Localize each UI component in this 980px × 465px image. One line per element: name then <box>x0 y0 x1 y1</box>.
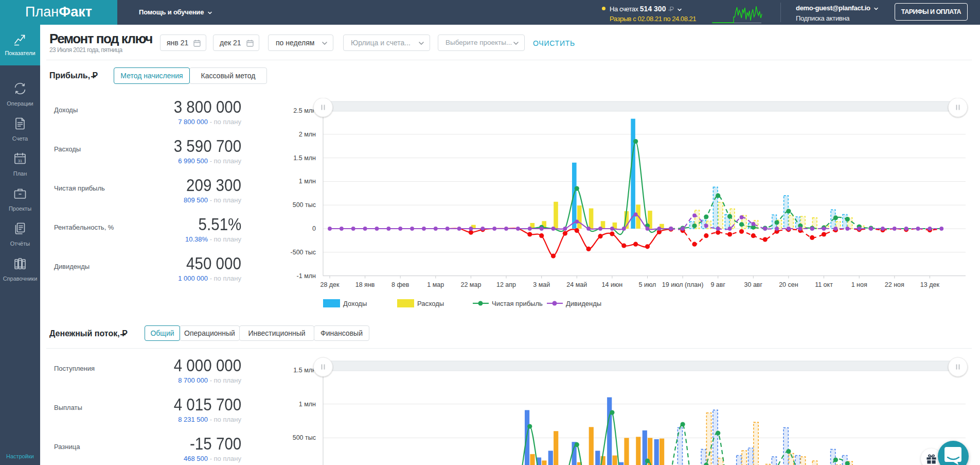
svg-text:3 май: 3 май <box>533 281 550 288</box>
svg-text:22 мар: 22 мар <box>460 281 481 288</box>
svg-text:12 апр: 12 апр <box>496 281 516 288</box>
svg-text:22 ноя: 22 ноя <box>885 281 904 288</box>
svg-text:28 дек: 28 дек <box>320 281 340 288</box>
svg-text:Дивиденды: Дивиденды <box>566 300 601 307</box>
svg-text:24 май: 24 май <box>566 281 587 288</box>
svg-text:2.5 млн: 2.5 млн <box>293 107 316 114</box>
svg-text:-1 млн: -1 млн <box>297 272 316 280</box>
svg-text:1 млн: 1 млн <box>299 401 316 408</box>
svg-text:11 окт: 11 окт <box>815 281 833 288</box>
svg-text:30 авг: 30 авг <box>744 281 763 288</box>
svg-text:1 млн: 1 млн <box>299 178 316 185</box>
svg-text:31: 31 <box>18 159 22 163</box>
svg-text:1.5 млн: 1.5 млн <box>293 367 316 374</box>
svg-text:Расходы: Расходы <box>417 300 444 307</box>
svg-text:Чистая прибыль: Чистая прибыль <box>492 300 543 307</box>
svg-text:500 тыс: 500 тыс <box>293 434 316 441</box>
svg-text:1 мар: 1 мар <box>427 281 444 288</box>
svg-text:0: 0 <box>312 225 316 232</box>
svg-text:5 июл: 5 июл <box>639 281 656 288</box>
svg-text:13 дек: 13 дек <box>920 281 940 288</box>
svg-text:Доходы: Доходы <box>343 300 367 307</box>
svg-text:19 июл (план): 19 июл (план) <box>662 281 703 288</box>
svg-text:500 тыс: 500 тыс <box>293 201 316 209</box>
svg-text:1 ноя: 1 ноя <box>851 281 867 288</box>
svg-text:2 млн: 2 млн <box>299 131 316 138</box>
svg-text:14 июн: 14 июн <box>602 281 623 288</box>
svg-text:18 янв: 18 янв <box>355 281 375 288</box>
svg-text:-500 тыс: -500 тыс <box>291 249 316 256</box>
svg-text:1.5 млн: 1.5 млн <box>293 154 316 162</box>
svg-text:9 авг: 9 авг <box>710 281 725 288</box>
svg-text:8 фев: 8 фев <box>391 281 409 288</box>
svg-text:20 сен: 20 сен <box>779 281 798 288</box>
